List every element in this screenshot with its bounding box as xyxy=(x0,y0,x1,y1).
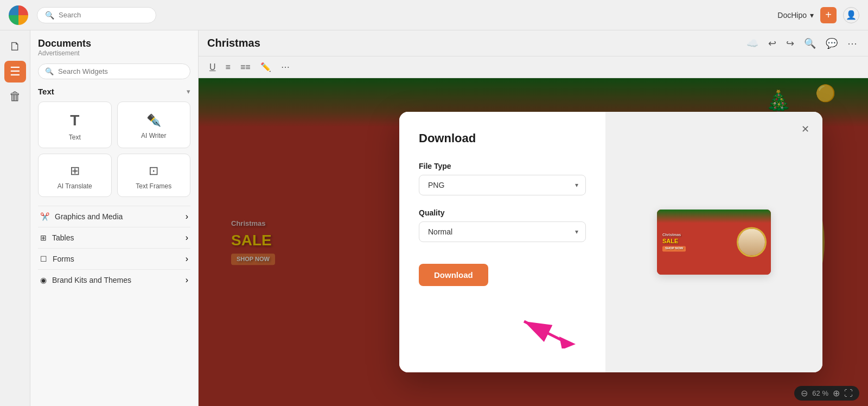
ai-translate-icon: ⊞ xyxy=(70,164,80,178)
sidebar-item-trash[interactable]: 🗑 xyxy=(4,86,26,107)
sidebar-item-tables[interactable]: ⊞ Tables › xyxy=(38,227,190,248)
widget-search-input[interactable] xyxy=(58,67,167,75)
quality-select[interactable]: Normal High Ultra xyxy=(419,221,586,242)
ai-writer-label: AI Writer xyxy=(141,132,166,139)
canvas-title: Christmas xyxy=(207,37,740,49)
topbar: 🔍 DocHipo ▾ + 👤 xyxy=(0,0,868,30)
tables-chevron: › xyxy=(186,233,188,243)
sidebar-header: Documents Advertisement xyxy=(38,38,190,57)
svg-marker-1 xyxy=(559,337,576,348)
cloud-icon[interactable]: ☁️ xyxy=(744,35,761,52)
widget-text-frames[interactable]: ⊡ Text Frames xyxy=(117,154,191,197)
align-center-icon[interactable]: ≡ xyxy=(224,61,233,73)
thumb-circle xyxy=(737,227,767,257)
file-type-select-wrapper: PNG JPG PDF SVG ▾ xyxy=(419,175,586,195)
search-bar[interactable]: 🔍 xyxy=(37,7,156,23)
brand-label: Brand Kits and Themes xyxy=(52,276,131,284)
ai-translate-label: AI Translate xyxy=(58,182,92,190)
widget-search[interactable]: 🔍 xyxy=(38,64,190,79)
brand-name: DocHipo xyxy=(777,11,807,20)
sidebar-item-forms[interactable]: ☐ Forms › xyxy=(38,248,190,269)
close-icon: ✕ xyxy=(801,123,809,135)
graphics-icon: ✂️ xyxy=(40,212,49,221)
download-button[interactable]: Download xyxy=(419,264,488,286)
user-avatar[interactable]: 👤 xyxy=(843,7,859,23)
sidebar-item-widgets[interactable]: ☰ xyxy=(4,61,26,83)
forms-label: Forms xyxy=(53,255,74,263)
toolbar-icons: ☁️ ↩ ↪ 🔍 💬 ⋯ xyxy=(744,35,859,52)
comment-icon[interactable]: 💬 xyxy=(824,35,840,52)
app-logo[interactable] xyxy=(9,5,28,25)
canvas-content: Christmas SALE SHOP NOW 🎄 🟡 xyxy=(199,78,868,406)
modal-title: Download xyxy=(419,131,586,145)
more-icon[interactable]: ⋯ xyxy=(845,35,859,52)
brand-icon: ◉ xyxy=(40,276,47,284)
forms-left: ☐ Forms xyxy=(40,255,74,263)
forms-chevron: › xyxy=(186,254,188,264)
brand-menu[interactable]: DocHipo ▾ xyxy=(777,11,814,20)
topbar-right: DocHipo ▾ + 👤 xyxy=(777,7,859,23)
format-more-icon[interactable]: ⋯ xyxy=(279,61,292,73)
modal-overlay: Download File Type PNG JPG PDF SVG ▾ xyxy=(199,78,868,406)
widget-sidebar: Documents Advertisement 🔍 Text ▾ T Text … xyxy=(30,30,199,406)
canvas-toolbar: Christmas ☁️ ↩ ↪ 🔍 💬 ⋯ xyxy=(199,30,868,56)
text-widget-label: Text xyxy=(69,134,81,141)
sidebar-item-document[interactable]: 🗋 xyxy=(4,36,26,58)
undo-icon[interactable]: ↩ xyxy=(766,35,778,52)
list-icon[interactable]: ≡≡ xyxy=(238,61,253,73)
canvas-area: Christmas ☁️ ↩ ↪ 🔍 💬 ⋯ U ≡ ≡≡ ✏️ ⋯ xyxy=(199,30,868,406)
quality-label: Quality xyxy=(419,208,586,217)
sidebar-title: Documents xyxy=(38,38,190,49)
arrow-annotation xyxy=(513,305,578,351)
widget-ai-translate[interactable]: ⊞ AI Translate xyxy=(38,154,112,197)
widget-ai-writer[interactable]: ✒️ AI Writer xyxy=(117,101,191,148)
sidebar-item-brand-kits[interactable]: ◉ Brand Kits and Themes › xyxy=(38,269,190,290)
canvas-search-icon[interactable]: 🔍 xyxy=(802,35,818,52)
text-widget-icon: T xyxy=(70,112,79,129)
widget-grid: T Text ✒️ AI Writer ⊞ AI Translate ⊡ Tex… xyxy=(38,101,190,197)
tables-icon: ⊞ xyxy=(40,233,47,242)
brand-arrow-icon: ▾ xyxy=(810,11,814,20)
format-toolbar: U ≡ ≡≡ ✏️ ⋯ xyxy=(199,56,868,78)
sidebar-subtitle: Advertisement xyxy=(38,49,190,57)
file-type-select[interactable]: PNG JPG PDF SVG xyxy=(419,175,586,195)
add-button[interactable]: + xyxy=(820,7,837,23)
graphics-left: ✂️ Graphics and Media xyxy=(40,212,123,221)
icon-sidebar: 🗋 ☰ 🗑 xyxy=(0,30,30,406)
sidebar-item-graphics[interactable]: ✂️ Graphics and Media › xyxy=(38,206,190,227)
main-layout: 🗋 ☰ 🗑 Documents Advertisement 🔍 Text ▾ T… xyxy=(0,30,868,406)
text-section-header[interactable]: Text ▾ xyxy=(38,87,190,96)
text-section-label: Text xyxy=(38,87,54,96)
text-frames-label: Text Frames xyxy=(136,182,171,190)
download-modal: Download File Type PNG JPG PDF SVG ▾ xyxy=(399,112,822,372)
text-frames-icon: ⊡ xyxy=(149,164,158,178)
widget-text[interactable]: T Text xyxy=(38,101,112,148)
modal-right: Christmas SALE SHOP NOW xyxy=(605,112,822,372)
modal-close-button[interactable]: ✕ xyxy=(797,122,813,137)
preview-thumbnail: Christmas SALE SHOP NOW xyxy=(657,210,771,275)
quality-select-wrapper: Normal High Ultra ▾ xyxy=(419,221,586,242)
pen-icon[interactable]: ✏️ xyxy=(258,61,273,73)
search-icon: 🔍 xyxy=(45,11,54,20)
text-section-chevron: ▾ xyxy=(187,87,190,96)
search-input[interactable] xyxy=(59,11,145,19)
file-type-label: File Type xyxy=(419,162,586,170)
underline-icon[interactable]: U xyxy=(207,61,218,73)
tables-left: ⊞ Tables xyxy=(40,233,74,242)
brand-chevron: › xyxy=(186,275,188,285)
brand-left: ◉ Brand Kits and Themes xyxy=(40,276,131,284)
graphics-label: Graphics and Media xyxy=(55,212,123,221)
redo-icon[interactable]: ↪ xyxy=(784,35,796,52)
forms-icon: ☐ xyxy=(40,255,47,263)
ai-writer-icon: ✒️ xyxy=(146,113,161,128)
widget-search-icon: 🔍 xyxy=(45,67,54,75)
thumb-text: Christmas SALE SHOP NOW xyxy=(662,232,686,251)
graphics-chevron: › xyxy=(186,212,188,221)
modal-left: Download File Type PNG JPG PDF SVG ▾ xyxy=(399,112,605,372)
tables-label: Tables xyxy=(52,233,74,242)
